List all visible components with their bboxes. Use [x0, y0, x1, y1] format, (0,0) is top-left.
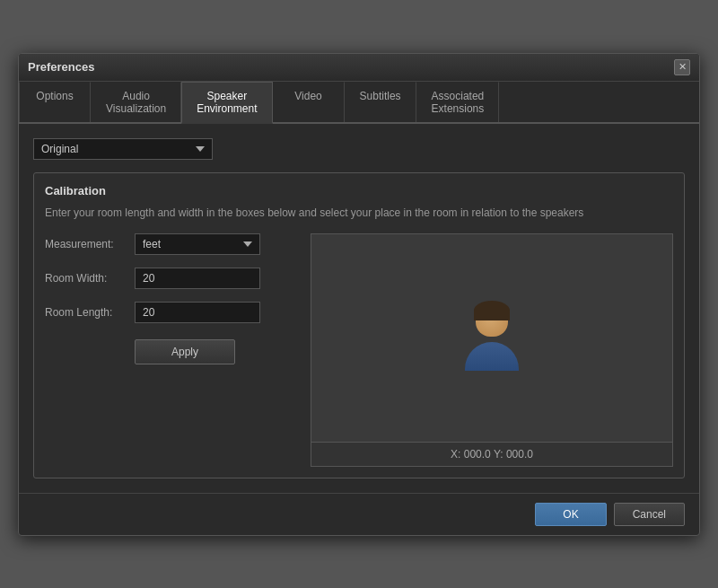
room-width-input[interactable]: [135, 268, 260, 289]
room-width-label: Room Width:: [45, 272, 135, 285]
preferences-dialog: Preferences ✕ Options Audio Visualizatio…: [18, 53, 700, 536]
measurement-row: Measurement: feet meters: [45, 233, 296, 255]
tab-video[interactable]: Video: [273, 82, 345, 122]
coordinates-display: X: 000.0 Y: 000.0: [311, 442, 672, 466]
calibration-section: Calibration Enter your room length and w…: [33, 172, 685, 478]
calibration-description: Enter your room length and width in the …: [45, 205, 673, 221]
room-visualizer: X: 000.0 Y: 000.0: [311, 233, 673, 467]
calibration-title: Calibration: [45, 184, 673, 197]
dialog-footer: OK Cancel: [19, 493, 699, 535]
avatar-hair: [474, 301, 510, 320]
calibration-body: Measurement: feet meters Room Width: Roo…: [45, 233, 673, 467]
avatar: [465, 304, 519, 371]
preset-dropdown[interactable]: Original Custom: [33, 138, 213, 160]
tab-subtitles[interactable]: Subtitles: [345, 82, 416, 122]
tabs-container: Options Audio Visualization Speaker Envi…: [19, 82, 699, 124]
tab-speaker-environment[interactable]: Speaker Environment: [181, 82, 272, 124]
form-fields: Measurement: feet meters Room Width: Roo…: [45, 233, 296, 467]
room-length-input[interactable]: [135, 302, 260, 323]
close-button[interactable]: ✕: [674, 59, 690, 75]
dialog-title: Preferences: [28, 60, 94, 74]
room-length-row: Room Length:: [45, 302, 296, 323]
room-length-label: Room Length:: [45, 306, 135, 319]
ok-button[interactable]: OK: [535, 503, 606, 526]
room-width-row: Room Width:: [45, 268, 296, 289]
room-canvas[interactable]: [311, 234, 672, 442]
apply-button[interactable]: Apply: [135, 339, 235, 364]
cancel-button[interactable]: Cancel: [614, 503, 685, 526]
preset-row: Original Custom: [33, 138, 685, 160]
tab-content: Original Custom Calibration Enter your r…: [19, 124, 699, 493]
tab-options[interactable]: Options: [19, 82, 91, 122]
measurement-dropdown[interactable]: feet meters: [135, 233, 260, 255]
tab-associated-extensions[interactable]: Associated Extensions: [416, 82, 500, 122]
tab-audio-visualization[interactable]: Audio Visualization: [91, 82, 181, 122]
measurement-label: Measurement:: [45, 238, 135, 250]
avatar-body: [465, 342, 519, 371]
title-bar: Preferences ✕: [19, 54, 699, 82]
